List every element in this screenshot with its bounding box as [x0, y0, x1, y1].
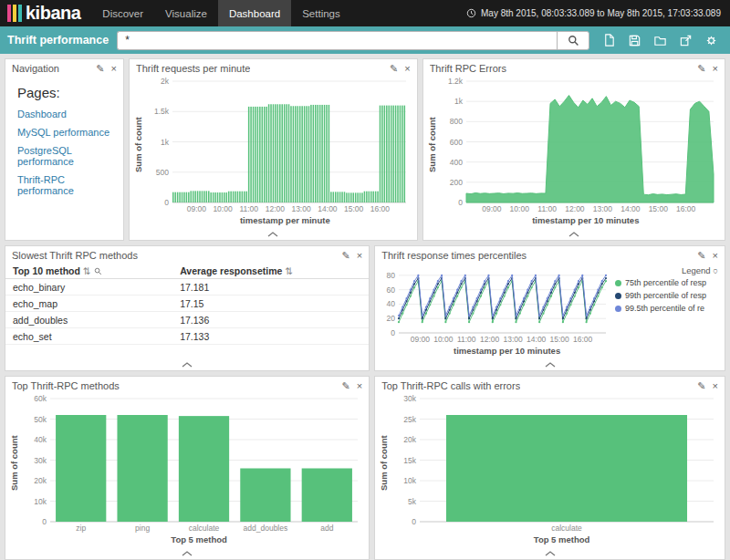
nav-link-dashboard[interactable]: Dashboard: [17, 109, 111, 119]
svg-text:1.2k: 1.2k: [448, 77, 464, 86]
share-dashboard-button[interactable]: [678, 33, 694, 48]
svg-text:10:00: 10:00: [509, 204, 529, 213]
app-nav: Discover Visualize Dashboard Settings: [91, 0, 350, 26]
svg-text:50k: 50k: [34, 415, 47, 424]
search-input[interactable]: [117, 31, 557, 50]
panel-title: Thrift response times percentiles: [381, 250, 527, 261]
legend-item-75th[interactable]: 75th percentile of resp: [615, 278, 718, 287]
chevron-up-icon: [181, 362, 193, 368]
panel-header[interactable]: Navigation ✎ ×: [5, 59, 123, 76]
close-panel-icon[interactable]: ×: [357, 251, 362, 261]
panel-header[interactable]: Slowest Thrift RPC methods ✎ ×: [5, 246, 369, 263]
chevron-up-icon: [181, 551, 193, 556]
panel-header[interactable]: Thrift RPC Errors ✎ ×: [423, 59, 725, 76]
search-button[interactable]: [557, 31, 589, 50]
svg-text:13:00: 13:00: [504, 335, 524, 344]
dashboard-grid: Navigation ✎ × Pages: Dashboard MySQL pe…: [0, 54, 730, 560]
y-axis-label: Sum of count: [427, 76, 439, 214]
collapse-panel-button[interactable]: [5, 547, 369, 559]
save-icon: [628, 34, 641, 47]
method-cell: echo_binary: [5, 279, 172, 296]
edit-panel-icon[interactable]: ✎: [697, 381, 705, 391]
edit-panel-icon[interactable]: ✎: [697, 64, 705, 74]
responsetime-cell: 17.136: [172, 312, 369, 328]
svg-text:20: 20: [387, 314, 396, 323]
nav-item-visualize[interactable]: Visualize: [154, 0, 218, 26]
kibana-logo[interactable]: kibana: [0, 0, 91, 26]
table-row: echo_set17.133: [5, 328, 369, 345]
panel-header[interactable]: Top Thrift-RPC calls with errors ✎ ×: [375, 377, 725, 393]
filter-magnifier-icon[interactable]: [94, 267, 102, 275]
svg-text:ping: ping: [135, 524, 150, 533]
edit-panel-icon[interactable]: ✎: [390, 64, 398, 74]
svg-text:5k: 5k: [408, 497, 417, 506]
svg-text:14:00: 14:00: [527, 335, 547, 344]
nav-link-postgresql-performance[interactable]: PostgreSQL performance: [17, 145, 111, 167]
svg-text:09:00: 09:00: [187, 204, 207, 213]
panel-header[interactable]: Top Thrift-RPC methods ✎ ×: [5, 377, 369, 393]
collapse-panel-button[interactable]: [423, 228, 725, 240]
nav-item-settings[interactable]: Settings: [291, 0, 351, 26]
nav-link-mysql-performance[interactable]: MySQL performance: [17, 127, 111, 138]
kibana-logo-bars-icon: [7, 5, 22, 22]
new-dashboard-button[interactable]: [601, 33, 617, 48]
close-panel-icon[interactable]: ×: [111, 64, 117, 74]
close-panel-icon[interactable]: ×: [713, 381, 718, 391]
collapse-panel-button[interactable]: [130, 228, 417, 240]
panel-title: Navigation: [12, 63, 59, 74]
column-header-responsetime[interactable]: Average responsetime⇅: [172, 263, 369, 279]
close-panel-icon[interactable]: ×: [713, 64, 718, 74]
svg-text:0: 0: [164, 198, 169, 207]
svg-text:0: 0: [391, 328, 395, 337]
slowest-methods-table: Top 10 method⇅ Average responsetime⇅ ech…: [5, 263, 369, 345]
nav-link-thrift-rpc-performance[interactable]: Thrift-RPC performance: [17, 174, 111, 196]
svg-text:30k: 30k: [403, 394, 416, 403]
panel-header[interactable]: Thrift response times percentiles ✎ ×: [375, 246, 725, 263]
x-axis-label: Top 5 method: [9, 534, 365, 547]
svg-text:0: 0: [412, 517, 416, 526]
column-header-method[interactable]: Top 10 method⇅: [5, 263, 172, 279]
svg-text:09:00: 09:00: [411, 335, 431, 344]
legend-title: Legend: [682, 265, 711, 275]
time-range-picker[interactable]: May 8th 2015, 08:03:33.089 to May 8th 20…: [466, 0, 730, 26]
save-dashboard-button[interactable]: [627, 33, 642, 48]
svg-text:11:00: 11:00: [239, 204, 258, 213]
close-panel-icon[interactable]: ×: [404, 64, 410, 74]
panel-title: Slowest Thrift RPC methods: [12, 250, 138, 261]
collapse-panel-button[interactable]: [5, 358, 369, 370]
requests-bar-chart: 05001k1.5k2k09:0010:0011:0012:0013:0014:…: [145, 76, 413, 214]
load-dashboard-button[interactable]: [652, 33, 668, 48]
close-panel-icon[interactable]: ×: [713, 251, 718, 261]
chevron-up-icon: [266, 232, 279, 237]
panel-thrift-requests-per-minute: Thrift requests per minute ✎ × Sum of co…: [129, 58, 418, 241]
legend-item-99th[interactable]: 99th percentile of resp: [615, 291, 718, 300]
svg-text:0: 0: [42, 517, 47, 526]
edit-panel-icon[interactable]: ✎: [96, 64, 104, 74]
svg-text:2k: 2k: [161, 77, 170, 86]
svg-text:09:00: 09:00: [482, 204, 502, 213]
search-icon: [568, 35, 579, 47]
x-axis-label: Top 5 method: [379, 534, 721, 547]
series-color-dot: [615, 280, 621, 286]
edit-panel-icon[interactable]: ✎: [697, 251, 705, 261]
nav-item-dashboard[interactable]: Dashboard: [218, 0, 291, 26]
edit-panel-icon[interactable]: ✎: [342, 251, 350, 261]
legend-item-99-5th[interactable]: 99.5th percentile of re: [615, 304, 718, 313]
svg-text:10:00: 10:00: [213, 204, 233, 213]
panel-title: Top Thrift-RPC calls with errors: [381, 380, 520, 391]
close-panel-icon[interactable]: ×: [357, 381, 362, 391]
legend-toggle-icon[interactable]: ○: [713, 265, 718, 275]
dashboard-toolbar: Thrift performance: [0, 26, 730, 54]
svg-text:10k: 10k: [34, 497, 47, 506]
svg-text:1k: 1k: [454, 97, 464, 106]
y-axis-label: Sum of count: [379, 393, 391, 534]
svg-text:80: 80: [387, 271, 396, 280]
settings-gear-button[interactable]: [704, 33, 719, 48]
collapse-panel-button[interactable]: [375, 358, 725, 370]
collapse-panel-button[interactable]: [375, 547, 725, 559]
responsetime-cell: 17.133: [172, 328, 369, 345]
panel-thrift-response-times-percentiles: Thrift response times percentiles ✎ × 02…: [374, 245, 725, 371]
edit-panel-icon[interactable]: ✎: [342, 381, 350, 391]
panel-header[interactable]: Thrift requests per minute ✎ ×: [130, 59, 417, 76]
nav-item-discover[interactable]: Discover: [91, 0, 154, 26]
